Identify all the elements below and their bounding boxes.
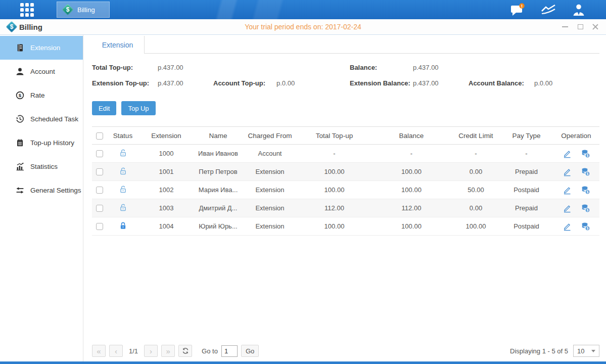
cell-balance: 112.00 — [371, 199, 452, 217]
chevron-down-icon — [591, 350, 595, 352]
clock-history-icon — [16, 115, 25, 124]
next-page-icon: › — [150, 347, 152, 355]
column-pay-type: Pay Type — [500, 127, 553, 145]
statistics-chart-icon[interactable] — [540, 4, 556, 16]
column-total-topup: Total Top-up — [298, 127, 371, 145]
window-bottom-edge — [0, 361, 606, 364]
sidebar-item-statistics[interactable]: Statistics — [0, 155, 83, 178]
table-footer: « ‹ 1/1 › » Go to Go Displayi — [92, 345, 599, 357]
topup-coins-icon[interactable]: $ — [581, 222, 590, 231]
sidebar-item-topup-history[interactable]: Top-up History — [0, 131, 83, 155]
next-page-button[interactable]: › — [144, 345, 158, 357]
total-topup-label: Total Top-up: — [92, 64, 133, 71]
cell-charged-from: Account — [242, 145, 298, 163]
topup-coins-icon[interactable]: $ — [581, 167, 590, 176]
account-balance-value: p.0.00 — [534, 79, 552, 87]
total-topup-value: p.437.00 — [158, 64, 183, 71]
sidebar-item-extension[interactable]: Extension — [0, 36, 83, 60]
pagination: « ‹ 1/1 › » Go to Go — [92, 345, 259, 357]
sidebar-item-account[interactable]: Account — [0, 60, 83, 83]
cell-pay-type: Postpaid — [500, 181, 553, 199]
column-status: Status — [107, 127, 138, 145]
edit-icon[interactable] — [563, 167, 572, 176]
table-row[interactable]: 1001 Петр Петров Extension 100.00 100.00… — [92, 163, 599, 181]
edit-icon[interactable] — [563, 186, 572, 195]
taskbar-tab-billing[interactable]: $ Billing — [57, 2, 110, 18]
row-checkbox[interactable] — [96, 150, 103, 157]
row-checkbox[interactable] — [96, 187, 103, 194]
edit-icon[interactable] — [563, 149, 572, 158]
cell-total-topup: - — [298, 145, 371, 163]
messages-icon[interactable]: ! — [510, 3, 525, 17]
sidebar-item-scheduled-task[interactable]: Scheduled Task — [0, 107, 83, 131]
cell-name: Юрий Юрь... — [194, 217, 242, 236]
table-row[interactable]: 1000 Иван Иванов Account - - - - — [92, 145, 599, 163]
topup-coins-icon[interactable]: $ — [581, 149, 590, 158]
edit-icon[interactable] — [563, 222, 572, 231]
last-page-button[interactable]: » — [161, 345, 175, 357]
select-all-checkbox[interactable] — [96, 132, 103, 140]
goto-label: Go to — [202, 347, 218, 355]
cell-pay-type: Prepaid — [500, 163, 553, 181]
action-buttons: Edit Top Up — [92, 101, 599, 115]
cell-charged-from: Extension — [242, 217, 298, 236]
row-checkbox[interactable] — [96, 168, 103, 175]
taskbar-tab-label: Billing — [77, 6, 95, 14]
cell-credit-limit: 100.00 — [452, 217, 500, 236]
goto-page-input[interactable] — [221, 345, 238, 357]
table-header-row: Status Extension Name Charged From Total… — [92, 127, 599, 145]
table-row[interactable]: 1004 Юрий Юрь... Extension 100.00 100.00… — [92, 217, 599, 236]
minimize-button[interactable] — [562, 23, 569, 30]
prev-page-button[interactable]: ‹ — [109, 345, 123, 357]
account-balance-label: Account Balance: — [469, 79, 524, 87]
first-page-button[interactable]: « — [92, 345, 106, 357]
apps-grid-icon[interactable] — [19, 2, 34, 17]
row-checkbox[interactable] — [96, 223, 103, 230]
svg-text:$: $ — [586, 154, 588, 158]
row-checkbox[interactable] — [96, 205, 103, 212]
cell-total-topup: 112.00 — [298, 199, 371, 217]
extension-balance-label: Extension Balance: — [350, 79, 410, 87]
topup-button[interactable]: Top Up — [121, 101, 155, 115]
go-button[interactable]: Go — [241, 345, 259, 357]
edit-button[interactable]: Edit — [92, 101, 116, 115]
sidebar-item-label: Account — [30, 68, 55, 75]
tab-extension[interactable]: Extension — [91, 36, 145, 54]
refresh-button[interactable] — [178, 345, 192, 357]
ledger-icon — [16, 43, 25, 53]
cell-total-topup: 100.00 — [298, 163, 371, 181]
cell-credit-limit: 0.00 — [452, 199, 500, 217]
maximize-button[interactable] — [577, 23, 584, 30]
billing-dollar-icon: $ — [62, 4, 73, 15]
table-row[interactable]: 1003 Дмитрий Д... Extension 112.00 112.0… — [92, 199, 599, 217]
account-topup-value: p.0.00 — [276, 79, 295, 87]
topup-coins-icon[interactable]: $ — [581, 204, 590, 213]
edit-icon[interactable] — [563, 204, 572, 213]
window-title: $ Billing — [0, 21, 42, 32]
close-button[interactable] — [592, 23, 599, 30]
sidebar-item-rate[interactable]: $ Rate — [0, 83, 83, 107]
sidebar-item-label: Statistics — [30, 163, 58, 170]
cell-name: Иван Иванов — [194, 145, 242, 163]
cell-extension: 1001 — [138, 163, 194, 181]
balance-value: p.437.00 — [413, 64, 439, 71]
tab-strip: Extension — [92, 36, 599, 54]
topup-coins-icon[interactable]: $ — [581, 186, 590, 195]
refresh-icon — [182, 347, 189, 354]
window-title-text: Billing — [19, 23, 42, 31]
unlocked-icon — [119, 206, 127, 213]
first-page-icon: « — [97, 347, 101, 355]
cell-total-topup: 100.00 — [298, 217, 371, 236]
cell-pay-type: Prepaid — [500, 199, 553, 217]
sidebar-item-label: Rate — [30, 92, 45, 99]
extension-balance-value: p.437.00 — [413, 79, 439, 87]
page-size-select[interactable]: 10 — [573, 345, 599, 357]
main-content: Extension Total Top-up: p.437.00 Balance… — [83, 35, 606, 361]
sidebar-item-general-settings[interactable]: General Settings — [0, 178, 83, 202]
table-row[interactable]: 1002 Мария Ива... Extension 100.00 100.0… — [92, 181, 599, 199]
user-account-icon[interactable] — [572, 3, 586, 17]
svg-text:$: $ — [586, 172, 588, 176]
sidebar-item-label: Extension — [30, 44, 60, 52]
sidebar: Extension Account $ Rate Scheduled Task … — [0, 35, 83, 361]
cell-balance: 100.00 — [371, 217, 452, 236]
